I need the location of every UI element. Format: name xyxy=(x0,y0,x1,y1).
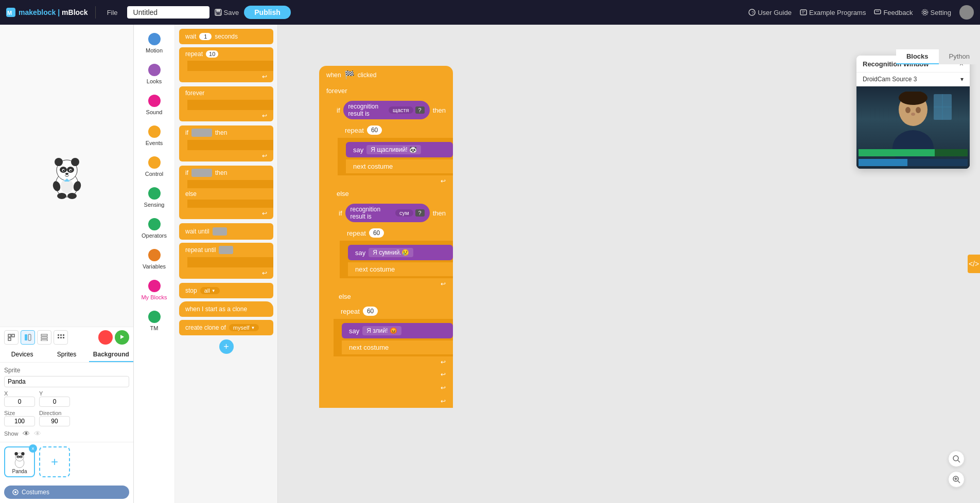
cat-motion-label: Motion xyxy=(146,47,163,53)
myblocks-dot xyxy=(148,280,161,292)
if-block-1[interactable]: if recognition result is щастя ? then xyxy=(329,98,453,394)
view-controls xyxy=(0,327,133,348)
view-grid-btn[interactable] xyxy=(21,330,35,345)
flag-icon: 🏁 xyxy=(344,70,355,80)
sprite-item-panda[interactable]: × Panda xyxy=(4,446,35,477)
view-fullscreen-btn[interactable] xyxy=(4,330,19,345)
forever-block[interactable]: forever if recognition result is щастя ? xyxy=(319,84,453,408)
tab-python[interactable]: Python xyxy=(939,49,980,64)
cat-tm[interactable]: TM xyxy=(136,307,173,335)
sprite-thumbnail xyxy=(10,450,29,469)
clicked-label: clicked xyxy=(358,71,377,79)
block-wait-until[interactable]: wait until xyxy=(179,223,273,240)
cat-operators[interactable]: Operators xyxy=(136,214,173,243)
settings-link[interactable]: Setting xyxy=(921,9,951,16)
if1-end: ↩ xyxy=(329,381,453,394)
stop-dropdown[interactable]: all xyxy=(200,287,220,294)
next-costume-2[interactable]: next costume xyxy=(348,262,453,276)
say-block-2[interactable]: say Я сумний.😢 xyxy=(348,245,453,260)
size-input[interactable] xyxy=(4,416,35,426)
repeat-val-1[interactable]: 60 xyxy=(367,125,382,135)
condition-pill-1[interactable]: recognition result is щастя ? xyxy=(343,101,430,119)
rec-source-chevron: ▾ xyxy=(960,76,964,83)
stop-button[interactable] xyxy=(98,330,113,345)
view-tiles-btn[interactable] xyxy=(54,330,68,345)
rec-source[interactable]: DroidCam Source 3 ▾ xyxy=(856,73,970,86)
add-block-button[interactable]: + xyxy=(219,339,234,354)
show-eye-icon[interactable]: 👁 xyxy=(23,429,30,438)
svg-point-12 xyxy=(923,11,926,14)
next-costume-3[interactable]: next costume xyxy=(342,340,453,354)
create-clone-dropdown[interactable]: myself xyxy=(229,324,259,331)
block-if-else[interactable]: if then else ↩ xyxy=(179,166,273,219)
sprite-item-delete[interactable]: × xyxy=(29,444,37,453)
cond-text-1: recognition result is xyxy=(348,103,387,117)
zoom-search-btn[interactable] xyxy=(948,451,965,467)
svg-rect-34 xyxy=(28,334,31,340)
tab-sprites[interactable]: Sprites xyxy=(44,348,89,362)
block-repeat[interactable]: repeat 10 ↩ xyxy=(179,47,273,82)
cat-control[interactable]: Control xyxy=(136,152,173,181)
block-when-clone[interactable]: when I start as a clone xyxy=(179,301,273,317)
view-list-btn[interactable] xyxy=(37,330,51,345)
direction-input[interactable] xyxy=(39,416,70,426)
hat-block[interactable]: when 🏁 clicked xyxy=(319,66,453,84)
repeat-val-3[interactable]: 60 xyxy=(363,307,378,316)
code-canvas[interactable]: Blocks Python when 🏁 clicked forever xyxy=(278,25,980,503)
feedback-link[interactable]: Feedback xyxy=(874,9,913,16)
condition-pill-2[interactable]: recognition result is сум ? xyxy=(345,204,430,222)
say-block-3[interactable]: say Я злий! 😡 xyxy=(342,323,453,338)
cat-myblocks[interactable]: My Blocks xyxy=(136,276,173,304)
tab-devices[interactable]: Devices xyxy=(0,348,44,362)
sprite-name-input[interactable] xyxy=(4,376,129,387)
svg-point-22 xyxy=(63,170,64,171)
block-repeat-until[interactable]: repeat until ↩ xyxy=(179,243,273,279)
example-programs-link[interactable]: Example Programs xyxy=(800,9,866,16)
panda-sprite xyxy=(46,153,87,199)
tab-blocks[interactable]: Blocks xyxy=(896,49,939,64)
costumes-button[interactable]: Costumes xyxy=(4,486,129,499)
side-panel-toggle[interactable]: </> xyxy=(968,255,980,273)
tab-background[interactable]: Background xyxy=(89,348,133,362)
say-block-1[interactable]: say Я щасливий! 🐼 xyxy=(346,142,453,157)
zoom-fit-btn[interactable] xyxy=(948,471,965,488)
block-create-clone[interactable]: create clone of myself xyxy=(179,320,273,335)
user-avatar[interactable] xyxy=(959,5,974,20)
block-if-then[interactable]: if then ↩ xyxy=(179,125,273,161)
block-forever[interactable]: forever ↩ xyxy=(179,86,273,121)
program-stack: when 🏁 clicked forever if xyxy=(319,66,453,408)
block-wait-value[interactable]: 1 xyxy=(199,33,212,40)
block-wait[interactable]: wait 1 seconds xyxy=(179,29,273,44)
cat-sound[interactable]: Sound xyxy=(136,91,173,119)
sprite-canvas xyxy=(0,25,133,327)
publish-button[interactable]: Publish xyxy=(244,6,291,19)
if-block-2[interactable]: if recognition result is сум ? then xyxy=(331,201,453,381)
hide-eye-icon[interactable]: 👁 xyxy=(34,429,41,438)
svg-rect-40 xyxy=(63,334,64,336)
cat-variables[interactable]: Variables xyxy=(136,245,173,274)
user-guide-link[interactable]: ? User Guide xyxy=(748,9,792,16)
events-dot xyxy=(148,125,161,138)
rec-bar-green xyxy=(859,149,968,157)
qmark-1: ? xyxy=(415,106,425,114)
repeat-until-placeholder xyxy=(219,246,233,254)
block-stop[interactable]: stop all xyxy=(179,283,273,298)
project-title[interactable]: Untitled xyxy=(127,6,209,19)
file-menu[interactable]: File xyxy=(103,7,122,19)
show-row: Show 👁 👁 xyxy=(4,429,129,438)
y-input[interactable] xyxy=(39,397,70,407)
cat-events[interactable]: Events xyxy=(136,121,173,150)
left-panel: Devices Sprites Background Sprite X Y Si… xyxy=(0,25,134,503)
go-button[interactable] xyxy=(115,330,129,345)
save-button[interactable]: Save xyxy=(215,9,239,16)
xy-row: X Y xyxy=(4,390,129,407)
program-blocks: when 🏁 clicked forever if xyxy=(319,66,453,408)
cat-sensing[interactable]: Sensing xyxy=(136,183,173,212)
svg-point-51 xyxy=(18,456,19,457)
add-sprite-button[interactable]: + xyxy=(39,446,70,477)
repeat-val-2[interactable]: 60 xyxy=(369,228,384,238)
cat-looks[interactable]: Looks xyxy=(136,60,173,88)
x-input[interactable] xyxy=(4,397,35,407)
next-costume-1[interactable]: next costume xyxy=(346,159,453,173)
cat-motion[interactable]: Motion xyxy=(136,29,173,58)
